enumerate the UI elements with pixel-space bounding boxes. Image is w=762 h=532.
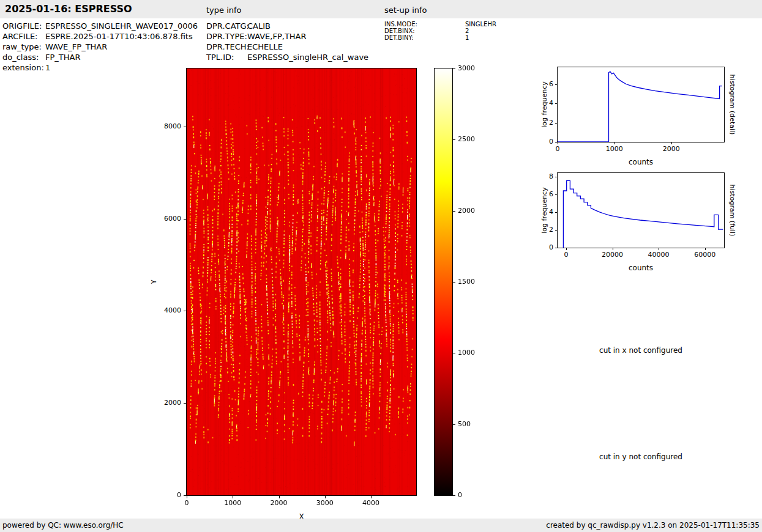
hist-full-y-tick-label: 0 [538, 244, 553, 251]
metadata-value: SINGLEHR [465, 21, 496, 28]
page-title: 2025-01-16: ESPRESSO [5, 3, 132, 15]
metadata-value: WAVE_FP_THAR [45, 42, 107, 51]
heatmap-y-axis-title: Y [150, 280, 158, 284]
histogram-full-side-label: histogram (full) [728, 185, 736, 237]
hist-detail-y-tickmark [555, 103, 557, 104]
metadata-row: ARCFILE:ESPRE.2025-01-17T10:43:06.878.fi… [2, 31, 198, 42]
colorbar-tick-label: 0 [458, 492, 485, 499]
heatmap-y-tick-label: 4000 [154, 307, 181, 314]
metadata-label: DET.BINY: [384, 34, 465, 41]
metadata-value: 1 [465, 34, 469, 41]
heatmap-x-tickmark [371, 496, 372, 498]
type-info-block: DPR.CATG:CALIB DPR.TYPE:WAVE,FP,THAR DPR… [206, 21, 368, 62]
hist-full-y-tickmark [555, 194, 557, 195]
metadata-value: CALIB [247, 21, 271, 31]
hist-detail-x-tick-label: 0 [542, 146, 573, 153]
histogram-full-x-title: counts [558, 264, 724, 272]
metadata-row: ORIGFILE:ESPRESSO_SINGLEHR_WAVE017_0006 [2, 21, 198, 31]
metadata-label: DET.BINX: [384, 28, 465, 34]
colorbar-tick-label: 1000 [458, 349, 485, 357]
metadata-label: raw_type: [2, 42, 45, 52]
metadata-label: do_class: [2, 52, 45, 62]
heatmap-x-tick-label: 0 [173, 500, 200, 507]
metadata-row: DPR.TECH:ECHELLE [206, 42, 368, 52]
colorbar-tick-label: 1500 [458, 278, 485, 286]
colorbar-tickmark [453, 68, 455, 69]
histogram-detail-side-label: histogram (detail) [728, 75, 736, 135]
metadata-value: ESPRESSO_singleHR_cal_wave [247, 53, 368, 62]
hist-detail-x-tickmark [671, 142, 672, 144]
metadata-value: 2 [465, 28, 469, 34]
hist-detail-y-tickmark [555, 84, 557, 85]
metadata-row: DPR.TYPE:WAVE,FP,THAR [206, 31, 368, 42]
hist-detail-x-tickmark [558, 142, 558, 144]
metadata-label: DPR.CATG: [206, 21, 247, 31]
hist-detail-x-tickmark [614, 142, 615, 144]
hist-full-y-tickmark [555, 248, 557, 248]
hist-detail-y-tick-label: 4 [538, 100, 553, 107]
hist-full-x-tickmark [659, 248, 659, 250]
raw-image-plot [186, 68, 417, 496]
hist-full-x-tick-label: 60000 [690, 251, 720, 259]
cut-y-note: cut in y not configured [558, 453, 724, 461]
heatmap-y-tick-label: 8000 [154, 123, 181, 130]
heatmap-x-tickmark [233, 496, 233, 498]
hist-full-y-tick-label: 8 [538, 173, 553, 180]
colorbar-tickmark [453, 139, 455, 140]
heatmap-y-tickmark [184, 403, 186, 404]
hist-full-y-tickmark [555, 212, 557, 213]
histogram-detail-plot [557, 67, 725, 142]
histogram-full-curve [558, 173, 724, 248]
colorbar-tickmark [453, 282, 455, 283]
metadata-label: ARCFILE: [2, 31, 45, 42]
metadata-value: FP_THAR [45, 53, 80, 62]
hist-full-x-tickmark [705, 248, 706, 250]
metadata-label: ORIGFILE: [2, 21, 45, 31]
setup-info-block: INS.MODE:SINGLEHR DET.BINX:2 DET.BINY:1 [384, 21, 496, 41]
heatmap-y-tickmark [184, 219, 186, 220]
colorbar-tickmark [453, 495, 455, 496]
metadata-label: INS.MODE: [384, 21, 465, 28]
histogram-full-plot [557, 172, 725, 248]
heatmap-x-tickmark [187, 496, 187, 498]
colorbar [434, 68, 453, 496]
hist-full-y-tick-label: 6 [538, 191, 553, 198]
metadata-value: WAVE,FP,THAR [247, 32, 307, 41]
colorbar-tick-label: 500 [458, 421, 485, 428]
hist-full-y-tickmark [555, 230, 557, 231]
hist-full-x-tick-label: 0 [551, 251, 581, 259]
heatmap-x-tick-label: 4000 [357, 500, 384, 507]
metadata-row: do_class:FP_THAR [2, 52, 198, 62]
heatmap-x-tick-label: 2000 [266, 500, 293, 507]
metadata-label: TPL.ID: [206, 52, 247, 62]
hist-full-y-tick-label: 2 [538, 226, 553, 234]
raw-detector-heatmap [187, 68, 416, 495]
metadata-row: DET.BINX:2 [384, 28, 496, 34]
metadata-row: TPL.ID:ESPRESSO_singleHR_cal_wave [206, 52, 368, 62]
metadata-row: raw_type:WAVE_FP_THAR [2, 42, 198, 52]
hist-detail-y-tick-label: 2 [538, 119, 553, 127]
heatmap-y-tick-label: 2000 [154, 399, 181, 407]
hist-detail-x-tick-label: 2000 [656, 146, 687, 153]
footer-credit: powered by QC: www.eso.org/HC [2, 519, 124, 532]
heatmap-y-tick-label: 6000 [154, 215, 181, 223]
heatmap-x-tickmark [279, 496, 280, 498]
colorbar-tick-label: 3000 [458, 65, 485, 72]
hist-detail-x-tick-label: 1000 [599, 146, 630, 153]
heatmap-y-tick-label: 0 [154, 492, 181, 499]
hist-detail-y-tick-label: 0 [538, 138, 553, 146]
footer-created-by: created by qc_rawdisp.py v1.2.3 on 2025-… [546, 519, 760, 532]
colorbar-gradient [435, 68, 452, 495]
heatmap-x-tick-label: 3000 [312, 500, 338, 507]
colorbar-tickmark [453, 211, 455, 212]
metadata-value: ECHELLE [247, 42, 283, 51]
metadata-row: DET.BINY:1 [384, 34, 496, 41]
hist-full-x-tick-label: 20000 [597, 251, 628, 259]
hist-full-x-tick-label: 40000 [643, 251, 674, 259]
heatmap-x-tickmark [325, 496, 326, 498]
colorbar-tickmark [453, 424, 455, 425]
setup-info-heading: set-up info [384, 6, 427, 15]
colorbar-tickmark [453, 353, 455, 353]
metadata-value: 1 [45, 63, 50, 72]
type-info-heading: type info [206, 6, 242, 15]
